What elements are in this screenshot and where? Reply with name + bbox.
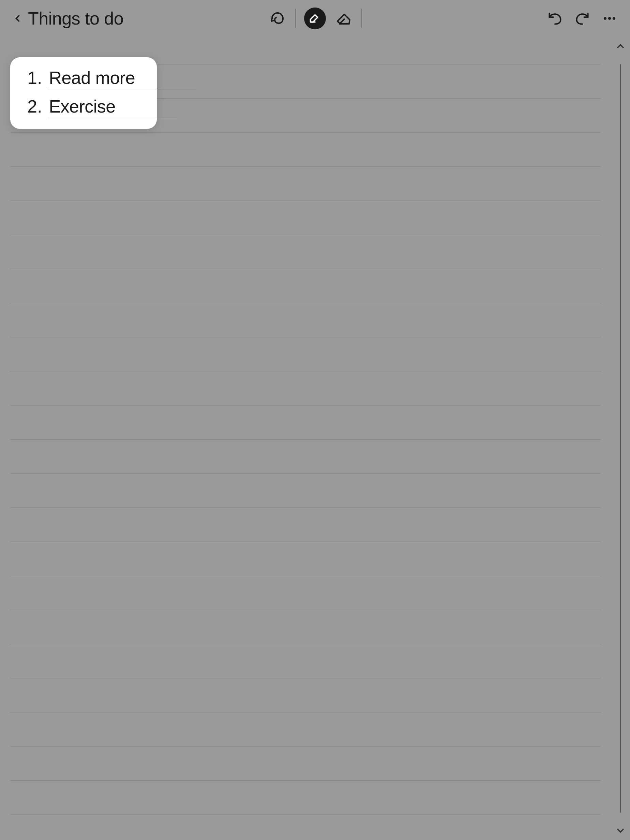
- more-dot-1: [604, 17, 606, 20]
- ruled-line: [10, 405, 601, 406]
- ruled-line: [10, 815, 601, 815]
- scroll-bar-line: [620, 64, 621, 813]
- ruled-line: [10, 678, 601, 678]
- scrollbar-track: [611, 37, 630, 840]
- list-number-2: 2.: [27, 96, 42, 117]
- ruled-line: [10, 201, 601, 201]
- ruled-line: [10, 166, 601, 167]
- list-text-2: Exercise: [49, 96, 115, 117]
- ruled-line: [10, 235, 601, 235]
- canvas-area[interactable]: 1. Read more 2. Exercise: [0, 37, 611, 840]
- back-arrow-icon: [11, 12, 25, 25]
- list-text-1: Read more: [49, 68, 135, 88]
- scroll-down-button[interactable]: [611, 821, 630, 840]
- ruled-line: [10, 780, 601, 781]
- ruled-line: [10, 269, 601, 269]
- list-item-row-2: 2. Exercise: [27, 96, 143, 117]
- toolbar: Things to do: [0, 0, 630, 37]
- eraser-tool-button[interactable]: [334, 9, 353, 28]
- toolbar-right: [362, 9, 619, 28]
- ruled-line: [10, 542, 601, 542]
- toolbar-left: Things to do: [11, 8, 268, 28]
- page-title: Things to do: [28, 8, 123, 28]
- ruled-line: [10, 746, 601, 747]
- ruled-line: [10, 507, 601, 508]
- toolbar-divider-left: [295, 9, 296, 28]
- ruled-line: [10, 576, 601, 576]
- lasso-tool-button[interactable]: [268, 9, 287, 28]
- list-item-row-1: 1. Read more: [27, 68, 143, 88]
- list-number-1: 1.: [27, 68, 42, 88]
- lines-container: [0, 37, 611, 840]
- ruled-line: [10, 132, 601, 133]
- undo-button[interactable]: [545, 9, 565, 28]
- scroll-up-button[interactable]: [611, 37, 630, 56]
- ruled-line: [10, 610, 601, 610]
- toolbar-center: [268, 8, 362, 29]
- ruled-line: [10, 371, 601, 371]
- ruled-line: [10, 337, 601, 337]
- ruled-line: [10, 439, 601, 440]
- more-dot-2: [608, 17, 611, 20]
- redo-button[interactable]: [573, 9, 592, 28]
- more-dot-3: [613, 17, 615, 20]
- back-button[interactable]: Things to do: [11, 8, 123, 28]
- handwriting-card: 1. Read more 2. Exercise: [10, 57, 157, 129]
- pen-tool-button[interactable]: [304, 8, 326, 29]
- ruled-line: [10, 712, 601, 712]
- more-options-button[interactable]: [600, 9, 619, 28]
